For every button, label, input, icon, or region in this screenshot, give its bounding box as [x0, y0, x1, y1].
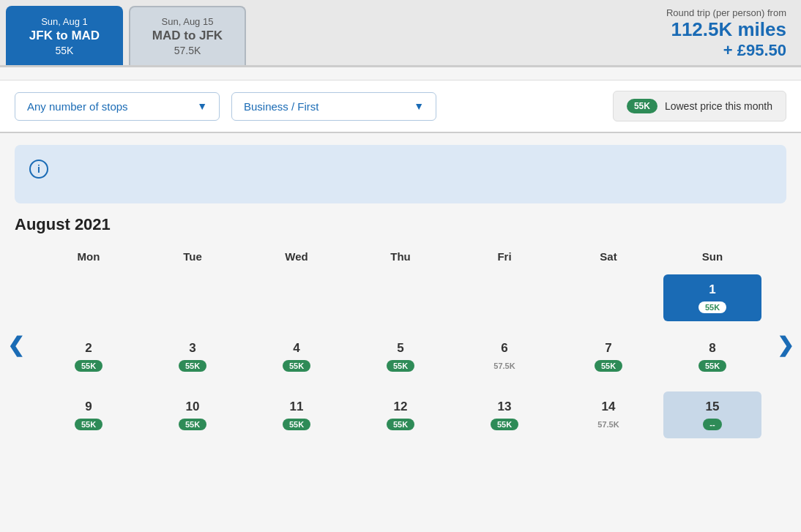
day-price-pill: 55K	[387, 419, 414, 430]
day-cell-11[interactable]: 1155K	[247, 391, 346, 438]
calendar-weekday-thu: Thu	[349, 244, 452, 269]
lowest-price-badge: 55K Lowest price this month	[613, 91, 786, 121]
calendar-cell[interactable]: 755K	[556, 327, 660, 386]
calendar-cell	[141, 269, 245, 327]
day-cell-9[interactable]: 955K	[40, 391, 138, 438]
day-cell-15[interactable]: 15--	[663, 391, 761, 438]
day-cell-7[interactable]: 755K	[559, 333, 657, 380]
day-number: 12	[394, 400, 408, 414]
day-cell-6[interactable]: 657.5K	[455, 333, 554, 380]
calendar-cell	[37, 269, 141, 327]
day-price-pill: 55K	[283, 419, 310, 430]
cabin-filter[interactable]: Business / First ▼	[231, 92, 436, 121]
calendar-row: 155K	[37, 269, 764, 327]
tab-outbound-route: JFK to MAD	[28, 29, 101, 43]
calendar-header-row: MonTueWedThuFriSatSun	[37, 244, 764, 269]
tab-outbound-date: Sun, Aug 1	[28, 16, 101, 27]
calendar-weekday-tue: Tue	[141, 244, 245, 269]
calendar-cell[interactable]: 1055K	[141, 386, 245, 444]
day-number: 10	[186, 400, 200, 414]
day-price-pill: 55K	[283, 360, 310, 372]
tab-return-date: Sun, Aug 15	[151, 16, 224, 27]
calendar-cell[interactable]: 955K	[37, 386, 141, 444]
calendar-row: 255K355K455K555K657.5K755K855K	[37, 327, 764, 386]
day-cell-2[interactable]: 255K	[40, 333, 138, 380]
lowest-price-text: Lowest price this month	[665, 100, 772, 112]
prev-month-button[interactable]: ❮	[7, 332, 24, 356]
day-cell-10[interactable]: 1055K	[144, 391, 242, 438]
day-number: 9	[85, 400, 92, 414]
calendar-cell[interactable]: 355K	[141, 327, 245, 386]
cabin-filter-label: Business / First	[244, 100, 408, 113]
day-price-pill: 57.5K	[487, 360, 521, 372]
calendar-weekday-mon: Mon	[37, 244, 141, 269]
day-number: 3	[189, 341, 195, 356]
calendar-cell[interactable]: 657.5K	[452, 327, 556, 386]
day-cell-14[interactable]: 1457.5K	[559, 391, 657, 438]
day-number: 6	[501, 341, 507, 356]
day-cell-1[interactable]: 155K	[663, 274, 761, 321]
day-price-pill: 55K	[387, 360, 414, 372]
day-price-pill: 55K	[698, 301, 726, 313]
calendar-cell	[452, 269, 556, 327]
day-price-pill: 57.5K	[591, 419, 625, 430]
filters-row: Any number of stops ▼ Business / First ▼…	[0, 80, 801, 133]
day-number: 4	[293, 341, 299, 356]
day-number: 8	[709, 341, 715, 356]
day-cell-5[interactable]: 555K	[351, 333, 450, 380]
tab-outbound[interactable]: Sun, Aug 1 JFK to MAD 55K	[6, 6, 123, 65]
price-summary-label: Round trip (per person) from	[666, 7, 786, 18]
calendar-cell[interactable]: 1355K	[452, 386, 556, 444]
tab-return-route: MAD to JFK	[151, 29, 224, 43]
calendar-weekday-wed: Wed	[245, 244, 349, 269]
calendar-body: 155K255K355K455K555K657.5K755K855K955K10…	[37, 269, 764, 444]
calendar-cell[interactable]: 1457.5K	[556, 386, 660, 444]
price-summary: Round trip (per person) from 112.5K mile…	[666, 7, 786, 60]
lowest-price-pill: 55K	[627, 99, 657, 113]
day-price-pill: 55K	[491, 419, 518, 430]
calendar-weekday-sat: Sat	[556, 244, 660, 269]
cabin-chevron-icon: ▼	[414, 100, 424, 112]
calendar-weekday-sun: Sun	[660, 244, 764, 269]
stops-filter[interactable]: Any number of stops ▼	[15, 92, 220, 121]
day-price-pill: 55K	[698, 360, 726, 372]
calendar-cell[interactable]: 1155K	[245, 386, 349, 444]
day-number: 1	[709, 282, 715, 297]
next-month-button[interactable]: ❯	[777, 332, 794, 356]
day-price-pill: 55K	[179, 360, 206, 372]
day-price-pill: 55K	[75, 360, 103, 372]
calendar-title: August 2021	[15, 215, 786, 234]
price-summary-cash: + £95.50	[666, 41, 786, 60]
calendar-cell[interactable]: 555K	[349, 327, 452, 386]
calendar-cell[interactable]: 155K	[660, 269, 764, 327]
day-price-pill: 55K	[179, 419, 206, 430]
stops-filter-label: Any number of stops	[27, 100, 191, 113]
price-summary-miles: 112.5K miles	[666, 18, 786, 41]
calendar-cell[interactable]: 15--	[660, 386, 764, 444]
day-number: 7	[605, 341, 611, 356]
info-box: i	[15, 145, 786, 203]
day-number: 2	[85, 341, 92, 356]
calendar-cell[interactable]: 255K	[37, 327, 141, 386]
calendar-wrapper: ❮ MonTueWedThuFriSatSun 155K255K355K455K…	[15, 244, 786, 444]
day-cell-12[interactable]: 1255K	[351, 391, 450, 438]
calendar-weekday-fri: Fri	[452, 244, 556, 269]
calendar-grid: MonTueWedThuFriSatSun 155K255K355K455K55…	[37, 244, 764, 444]
day-number: 14	[602, 400, 616, 414]
calendar-cell	[245, 269, 349, 327]
calendar-section: August 2021 ❮ MonTueWedThuFriSatSun 155K…	[0, 215, 801, 459]
calendar-cell	[556, 269, 660, 327]
day-cell-13[interactable]: 1355K	[455, 391, 554, 438]
calendar-cell[interactable]: 1255K	[349, 386, 452, 444]
stops-chevron-icon: ▼	[197, 100, 207, 112]
day-cell-3[interactable]: 355K	[144, 333, 242, 380]
calendar-row: 955K1055K1155K1255K1355K1457.5K15--	[37, 386, 764, 444]
tab-outbound-price: 55K	[28, 45, 101, 56]
calendar-cell[interactable]: 855K	[660, 327, 764, 386]
day-number: 15	[706, 400, 720, 414]
day-cell-8[interactable]: 855K	[663, 333, 761, 380]
tab-return[interactable]: Sun, Aug 15 MAD to JFK 57.5K	[129, 6, 246, 65]
calendar-cell[interactable]: 455K	[245, 327, 349, 386]
day-cell-4[interactable]: 455K	[247, 333, 346, 380]
info-icon: i	[29, 160, 48, 179]
